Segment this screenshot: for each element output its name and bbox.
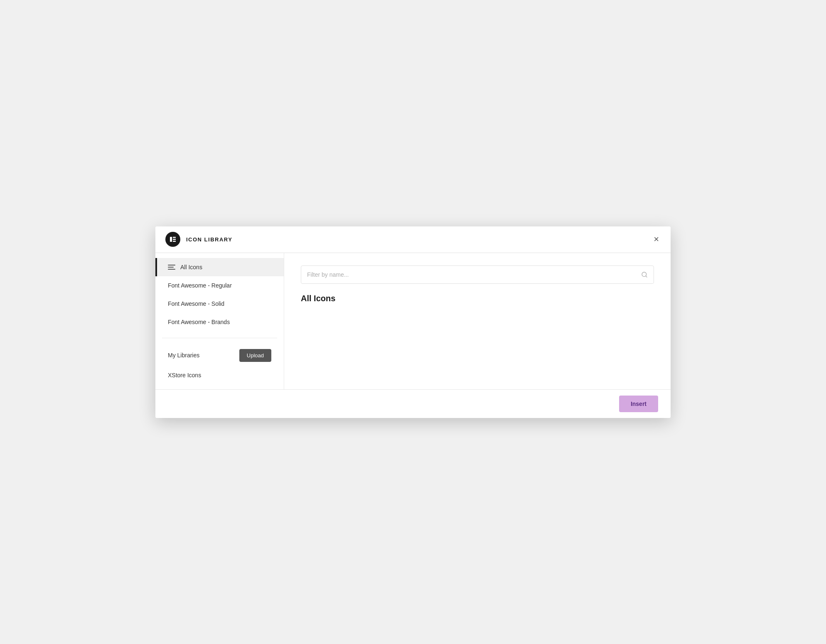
- modal-header: ICON LIBRARY ×: [155, 226, 671, 253]
- insert-button[interactable]: Insert: [619, 396, 658, 412]
- sidebar-item-fa-regular[interactable]: Font Awesome - Regular: [155, 276, 284, 295]
- sidebar-item-fa-solid[interactable]: Font Awesome - Solid: [155, 295, 284, 313]
- all-icons-label: All Icons: [180, 264, 202, 270]
- svg-line-5: [646, 276, 647, 277]
- search-bar: [301, 265, 654, 284]
- modal-body: All Icons Font Awesome - Regular Font Aw…: [155, 253, 671, 389]
- section-heading: All Icons: [301, 294, 654, 303]
- sidebar-item-all-icons[interactable]: All Icons: [155, 258, 284, 276]
- close-button[interactable]: ×: [652, 233, 661, 246]
- sidebar-item-xstore-icons[interactable]: XStore Icons: [155, 366, 284, 384]
- svg-rect-0: [170, 237, 172, 242]
- fa-solid-label: Font Awesome - Solid: [168, 300, 224, 307]
- my-libraries-label: My Libraries: [168, 352, 199, 359]
- sidebar: All Icons Font Awesome - Regular Font Aw…: [155, 253, 284, 389]
- search-input[interactable]: [307, 271, 637, 278]
- svg-rect-1: [173, 237, 176, 238]
- modal-title: ICON LIBRARY: [186, 236, 232, 243]
- icons-area: [301, 312, 654, 377]
- my-libraries-row: My Libraries Upload: [155, 345, 284, 366]
- sidebar-item-fa-brands[interactable]: Font Awesome - Brands: [155, 313, 284, 331]
- menu-icon: [168, 265, 175, 270]
- icon-library-modal: ICON LIBRARY × All Icons F: [155, 226, 671, 418]
- header-left: ICON LIBRARY: [165, 232, 232, 247]
- search-wrapper: [301, 265, 654, 284]
- fa-brands-label: Font Awesome - Brands: [168, 319, 230, 325]
- close-icon: ×: [654, 235, 659, 244]
- search-icon: [641, 271, 648, 278]
- modal-footer: Insert: [155, 389, 671, 418]
- svg-rect-3: [173, 241, 176, 242]
- main-content: All Icons: [284, 253, 671, 389]
- elementor-logo: [165, 232, 180, 247]
- fa-regular-label: Font Awesome - Regular: [168, 282, 232, 289]
- svg-rect-2: [173, 239, 176, 240]
- upload-button[interactable]: Upload: [239, 349, 271, 362]
- sidebar-divider: [162, 338, 277, 338]
- xstore-icons-label: XStore Icons: [168, 372, 201, 379]
